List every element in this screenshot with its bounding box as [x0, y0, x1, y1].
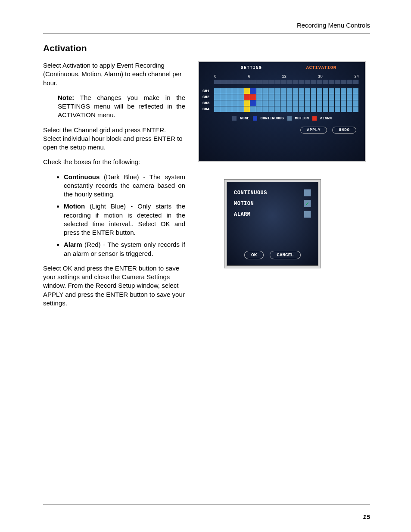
- hour-cell[interactable]: [262, 88, 268, 94]
- hour-cell[interactable]: [244, 106, 250, 112]
- hour-cell[interactable]: [244, 88, 250, 94]
- hour-cell[interactable]: [317, 106, 323, 112]
- hour-cell[interactable]: [353, 88, 359, 94]
- hour-cell[interactable]: [280, 100, 286, 106]
- hour-cell[interactable]: [262, 100, 268, 106]
- hour-cell[interactable]: [232, 100, 238, 106]
- hour-cell[interactable]: [353, 94, 359, 100]
- hour-cell[interactable]: [220, 88, 226, 94]
- hour-cell[interactable]: [220, 106, 226, 112]
- hour-cell[interactable]: [214, 106, 220, 112]
- hour-cell[interactable]: [341, 106, 347, 112]
- hour-cell[interactable]: [232, 106, 238, 112]
- hour-cell[interactable]: [244, 100, 250, 106]
- ok-button[interactable]: OK: [244, 251, 264, 259]
- hour-cell[interactable]: [250, 100, 256, 106]
- hour-cell[interactable]: [238, 88, 244, 94]
- undo-button[interactable]: UNDO: [332, 127, 356, 134]
- hour-cell[interactable]: [317, 94, 323, 100]
- hour-cell[interactable]: [232, 88, 238, 94]
- hour-cell[interactable]: [286, 100, 293, 106]
- hour-cell[interactable]: [232, 94, 238, 100]
- hour-cell[interactable]: [280, 106, 286, 112]
- hour-cell[interactable]: [214, 88, 220, 94]
- hour-cell[interactable]: [280, 88, 286, 94]
- hour-cell[interactable]: [268, 100, 274, 106]
- hour-cell[interactable]: [347, 88, 353, 94]
- hour-cell[interactable]: [214, 94, 220, 100]
- hour-cell[interactable]: [323, 106, 329, 112]
- hour-cell[interactable]: [268, 88, 274, 94]
- hour-cell[interactable]: [335, 106, 341, 112]
- hour-cell[interactable]: [329, 88, 335, 94]
- hour-cell[interactable]: [268, 94, 274, 100]
- hour-cell[interactable]: [299, 88, 305, 94]
- hour-cell[interactable]: [286, 94, 293, 100]
- hour-cell[interactable]: [226, 88, 232, 94]
- hour-cell[interactable]: [274, 106, 280, 112]
- hour-cell[interactable]: [299, 106, 305, 112]
- hour-cell[interactable]: [256, 88, 262, 94]
- hour-cell[interactable]: [323, 88, 329, 94]
- hour-cell[interactable]: [214, 100, 220, 106]
- hour-cell[interactable]: [305, 94, 311, 100]
- checkbox[interactable]: [304, 189, 311, 196]
- hour-cell[interactable]: [250, 106, 256, 112]
- hour-cell[interactable]: [268, 106, 274, 112]
- hour-cell[interactable]: [274, 94, 280, 100]
- hour-cell[interactable]: [293, 88, 299, 94]
- hour-cell[interactable]: [280, 94, 286, 100]
- hour-cell[interactable]: [256, 94, 262, 100]
- hour-cell[interactable]: [311, 106, 317, 112]
- hour-cell[interactable]: [286, 106, 293, 112]
- hour-cell[interactable]: [293, 106, 299, 112]
- hour-cell[interactable]: [335, 88, 341, 94]
- hour-cell[interactable]: [274, 88, 280, 94]
- hour-cell[interactable]: [329, 100, 335, 106]
- hour-cell[interactable]: [311, 94, 317, 100]
- hour-cell[interactable]: [226, 106, 232, 112]
- checkbox[interactable]: ✓: [304, 200, 311, 207]
- hour-cell[interactable]: [299, 94, 305, 100]
- hour-cell[interactable]: [226, 94, 232, 100]
- hour-cell[interactable]: [353, 106, 359, 112]
- hour-cell[interactable]: [286, 88, 293, 94]
- hour-cell[interactable]: [311, 100, 317, 106]
- hour-cell[interactable]: [311, 88, 317, 94]
- channel-grid[interactable]: [214, 88, 359, 94]
- hour-cell[interactable]: [250, 94, 256, 100]
- hour-cell[interactable]: [323, 100, 329, 106]
- channel-grid[interactable]: [214, 100, 359, 106]
- hour-cell[interactable]: [317, 100, 323, 106]
- hour-cell[interactable]: [341, 94, 347, 100]
- hour-cell[interactable]: [335, 100, 341, 106]
- channel-grid[interactable]: [214, 94, 359, 100]
- hour-cell[interactable]: [220, 100, 226, 106]
- hour-cell[interactable]: [220, 94, 226, 100]
- hour-cell[interactable]: [305, 100, 311, 106]
- hour-cell[interactable]: [305, 88, 311, 94]
- apply-button[interactable]: APPLY: [300, 127, 327, 134]
- hour-cell[interactable]: [274, 100, 280, 106]
- hour-cell[interactable]: [226, 100, 232, 106]
- hour-cell[interactable]: [305, 106, 311, 112]
- hour-cell[interactable]: [329, 106, 335, 112]
- hour-cell[interactable]: [347, 106, 353, 112]
- hour-cell[interactable]: [238, 100, 244, 106]
- hour-cell[interactable]: [329, 94, 335, 100]
- hour-cell[interactable]: [347, 94, 353, 100]
- hour-cell[interactable]: [299, 100, 305, 106]
- hour-cell[interactable]: [238, 106, 244, 112]
- checkbox[interactable]: [304, 211, 311, 218]
- hour-cell[interactable]: [347, 100, 353, 106]
- hour-cell[interactable]: [262, 94, 268, 100]
- hour-cell[interactable]: [335, 94, 341, 100]
- hour-cell[interactable]: [317, 88, 323, 94]
- tab-activation[interactable]: ACTIVATION: [286, 65, 357, 71]
- hour-cell[interactable]: [256, 100, 262, 106]
- hour-cell[interactable]: [244, 94, 250, 100]
- hour-cell[interactable]: [293, 94, 299, 100]
- cancel-button[interactable]: CANCEL: [270, 251, 301, 259]
- hour-cell[interactable]: [341, 100, 347, 106]
- hour-cell[interactable]: [323, 94, 329, 100]
